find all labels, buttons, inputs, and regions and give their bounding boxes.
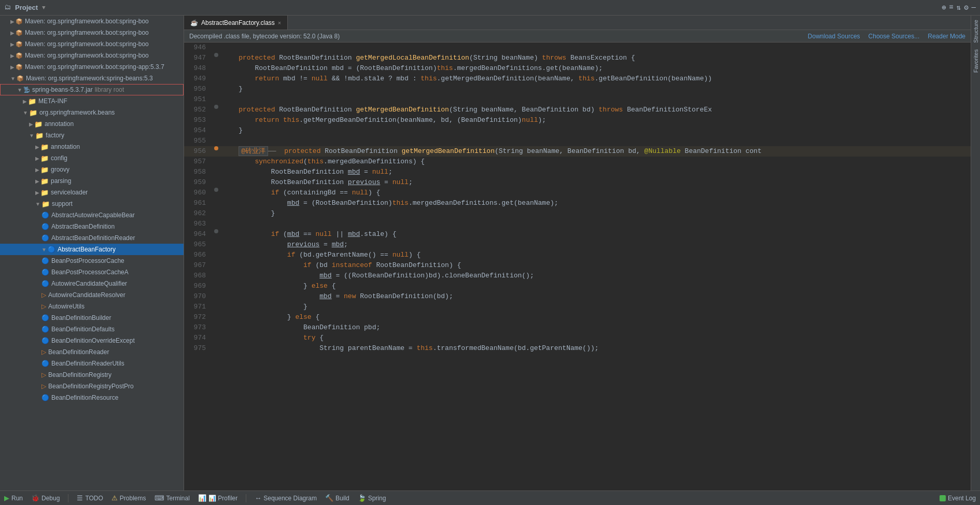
sidebar-item-abstract-bean-factory[interactable]: ▼ 🔵 AbstractBeanFactory	[0, 244, 184, 255]
sidebar-item-meta-inf[interactable]: ▶ 📁 META-INF	[0, 95, 184, 107]
sidebar-item-label: BeanPostProcessorCache	[51, 257, 124, 264]
interface-icon: ▷	[41, 371, 46, 378]
code-content-964: if (mbd == null || mbd.stale) {	[222, 229, 971, 240]
code-content-968: mbd = ((RootBeanDefinition)bd).cloneBean…	[222, 271, 971, 281]
class-icon: 🔵	[41, 326, 49, 333]
sidebar-item-bean-definition-registry[interactable]: ▷ BeanDefinitionRegistry	[0, 369, 184, 381]
code-line-960: 960 if (containingBd == null) {	[184, 188, 971, 198]
code-line-967: 967 if (bd instanceof RootBeanDefinition…	[184, 260, 971, 271]
icon-sort[interactable]: ⇅	[957, 3, 961, 12]
sidebar-item-label: annotation	[45, 120, 74, 128]
folder-icon: 📁	[40, 155, 49, 162]
code-line-975: 975 String parentBeanName = this.transfo…	[184, 343, 971, 354]
folder-icon: 📁	[40, 143, 49, 151]
decompiled-notice: Decompiled .class file, bytecode version…	[189, 33, 340, 40]
debug-label: Debug	[41, 495, 60, 502]
sidebar-item-bean-def-registry-post-pro[interactable]: ▷ BeanDefinitionRegistryPostPro	[0, 381, 184, 392]
sidebar-item-autowire-candidate-resolver[interactable]: ▷ AutowireCandidateResolver	[0, 289, 184, 301]
gutter-947	[210, 53, 222, 57]
sidebar-item-maven4[interactable]: ▶ 📦 Maven: org.springframework.boot:spri…	[0, 50, 184, 61]
sidebar-item-label: BeanDefinitionRegistry	[48, 371, 111, 378]
sidebar-item-maven5[interactable]: ▶ 📦 Maven: org.springframework.boot:spri…	[0, 61, 184, 73]
icon-list[interactable]: ≡	[949, 3, 953, 12]
choose-sources-link[interactable]: Choose Sources...	[869, 33, 920, 40]
sidebar-item-label: AutowireCandidateQualifier	[51, 280, 127, 287]
sidebar-item-abstract-bean-definition[interactable]: 🔵 AbstractBeanDefinition	[0, 221, 184, 232]
sidebar-item-bean-definition-resource[interactable]: 🔵 BeanDefinitionResource	[0, 392, 184, 403]
maven-icon: 📦	[16, 41, 23, 48]
sidebar-item-factory[interactable]: ▼ 📁 factory	[0, 130, 184, 141]
arrow-icon: ▶	[29, 121, 33, 127]
sidebar-item-annotation[interactable]: ▶ 📁 annotation	[0, 118, 184, 130]
favorites-label[interactable]: Favorites	[973, 47, 979, 75]
sidebar-item-jar[interactable]: ▼ 🗜 spring-beans-5.3.7.jar library root	[0, 84, 184, 95]
reader-mode-button[interactable]: Reader Mode	[928, 33, 965, 40]
sidebar-item-groovy[interactable]: ▶ 📁 groovy	[0, 164, 184, 175]
sidebar-item-label: spring-beans-5.3.7.jar	[32, 86, 93, 93]
sidebar-item-autowire-utils[interactable]: ▷ AutowireUtils	[0, 301, 184, 312]
event-log-button[interactable]: Event Log	[940, 495, 976, 502]
sidebar-item-bean-definition-builder[interactable]: 🔵 BeanDefinitionBuilder	[0, 312, 184, 324]
sequence-label: Sequence Diagram	[263, 495, 317, 502]
sidebar-item-bean-definition-defaults[interactable]: 🔵 BeanDefinitionDefaults	[0, 324, 184, 335]
profiler-label: 📊 Profiler	[208, 495, 237, 502]
run-label: Run	[11, 495, 23, 502]
structure-label[interactable]: Structure	[973, 18, 979, 45]
download-sources-link[interactable]: Download Sources	[808, 33, 860, 40]
sidebar-item-factory-annotation[interactable]: ▶ 📁 annotation	[0, 141, 184, 152]
terminal-button[interactable]: ⌨ Terminal	[155, 494, 190, 502]
line-num-952: 952	[184, 105, 210, 115]
debug-button[interactable]: 🐞 Debug	[31, 494, 60, 502]
icon-minimize[interactable]: —	[972, 3, 976, 12]
sidebar-item-maven3[interactable]: ▶ 📦 Maven: org.springframework.boot:spri…	[0, 38, 184, 50]
sequence-diagram-button[interactable]: ↔ Sequence Diagram	[255, 494, 317, 502]
code-content-951	[222, 94, 971, 105]
code-content-962: }	[222, 208, 971, 219]
arrow-icon: ▼	[17, 87, 22, 93]
sidebar-item-maven1[interactable]: ▶ 📦 Maven: org.springframework.boot:spri…	[0, 16, 184, 27]
spring-button[interactable]: 🍃 Spring	[358, 494, 386, 502]
active-tab[interactable]: ☕ AbstractBeanFactory.class ×	[184, 16, 288, 30]
sidebar-item-label: AbstractBeanFactory	[58, 246, 116, 253]
sidebar-item-bean-post-processor-cache[interactable]: 🔵 BeanPostProcessorCache	[0, 255, 184, 266]
profiler-button[interactable]: 📊 📊 Profiler	[198, 494, 237, 502]
code-content-972: } else {	[222, 312, 971, 322]
sidebar-item-config[interactable]: ▶ 📁 config	[0, 152, 184, 164]
class-icon: 🔵	[41, 394, 49, 401]
arrow-icon: ▶	[35, 144, 39, 150]
run-button[interactable]: ▶ Run	[4, 494, 23, 502]
sidebar-item-bean-def-override-except[interactable]: 🔵 BeanDefinitionOverrideExcept	[0, 335, 184, 346]
sidebar-item-maven6[interactable]: ▼ 📦 Maven: org.springframework:spring-be…	[0, 73, 184, 84]
tab-close-button[interactable]: ×	[278, 20, 281, 26]
notice-links: Download Sources Choose Sources... Reade…	[808, 33, 965, 40]
sidebar-item-abstract-autowire[interactable]: 🔵 AbstractAutowireCapableBear	[0, 209, 184, 221]
sidebar-item-serviceloader[interactable]: ▶ 📁 serviceloader	[0, 187, 184, 198]
todo-button[interactable]: ☰ TODO	[77, 494, 103, 502]
sidebar-item-label: support	[52, 200, 73, 207]
sidebar-item-abstract-bean-definition-reader[interactable]: 🔵 AbstractBeanDefinitionReader	[0, 232, 184, 244]
code-content-963	[222, 219, 971, 229]
sidebar-item-label: serviceloader	[51, 189, 88, 196]
jar-icon: 🗜	[23, 86, 30, 94]
top-dropdown-arrow[interactable]: ▼	[42, 5, 46, 11]
code-content-960: if (containingBd == null) {	[222, 188, 971, 198]
code-scroll[interactable]: 946 947 protected RootBeanDefinition get…	[184, 43, 971, 490]
icon-sync[interactable]: ⊕	[942, 3, 946, 12]
sidebar-item-org-springframework-beans[interactable]: ▼ 📁 org.springframework.beans	[0, 107, 184, 118]
icon-settings[interactable]: ⚙	[964, 3, 968, 12]
sidebar-item-bean-post-processor-cache-a[interactable]: 🔵 BeanPostProcessorCacheA	[0, 266, 184, 278]
sidebar-item-maven2[interactable]: ▶ 📦 Maven: org.springframework.boot:spri…	[0, 27, 184, 38]
sidebar-item-bean-definition-reader-utils[interactable]: 🔵 BeanDefinitionReaderUtils	[0, 358, 184, 369]
build-button[interactable]: 🔨 Build	[325, 494, 349, 502]
line-num-974: 974	[184, 333, 210, 343]
sidebar-item-bean-definition-reader[interactable]: ▷ BeanDefinitionReader	[0, 346, 184, 358]
sidebar-item-parsing[interactable]: ▶ 📁 parsing	[0, 175, 184, 187]
problems-button[interactable]: ⚠ Problems	[111, 494, 146, 502]
sidebar-item-support[interactable]: ▼ 📁 support	[0, 198, 184, 209]
line-num-959: 959	[184, 177, 210, 188]
sidebar-item-autowire-candidate-qualifier[interactable]: 🔵 AutowireCandidateQualifier	[0, 278, 184, 289]
code-content-965: previous = mbd;	[222, 240, 971, 250]
line-num-975: 975	[184, 343, 210, 354]
sidebar-item-label: BeanDefinitionDefaults	[51, 326, 115, 333]
line-num-955: 955	[184, 136, 210, 146]
